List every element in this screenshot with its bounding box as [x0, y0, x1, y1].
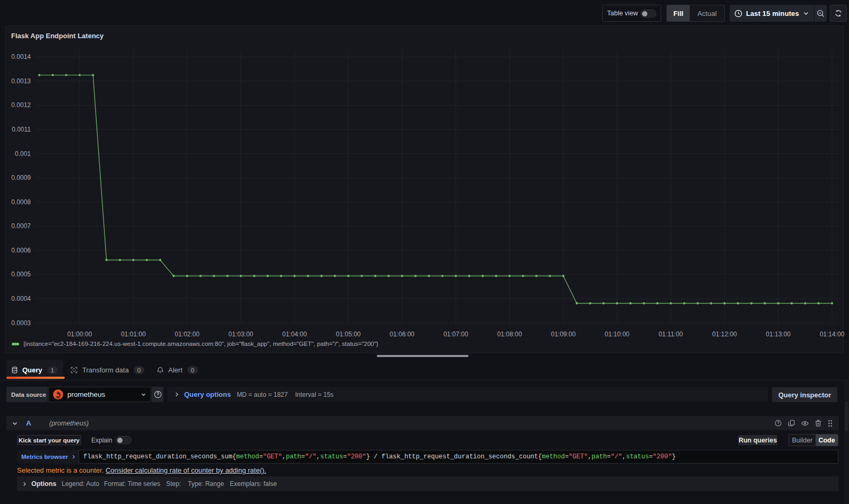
svg-text:01:00:00: 01:00:00	[67, 331, 92, 338]
svg-text:01:10:00: 01:10:00	[605, 331, 630, 338]
svg-text:01:05:00: 01:05:00	[336, 331, 361, 338]
svg-text:0.0006: 0.0006	[11, 247, 31, 254]
svg-text:01:01:00: 01:01:00	[121, 331, 146, 338]
svg-text:01:02:00: 01:02:00	[175, 331, 200, 338]
svg-text:01:11:00: 01:11:00	[659, 331, 683, 338]
svg-text:0.0014: 0.0014	[11, 53, 31, 60]
svg-text:01:08:00: 01:08:00	[497, 331, 522, 338]
svg-text:01:03:00: 01:03:00	[229, 331, 254, 338]
svg-text:01:13:00: 01:13:00	[766, 331, 791, 338]
svg-text:01:09:00: 01:09:00	[551, 331, 576, 338]
svg-text:0.0013: 0.0013	[11, 77, 31, 85]
svg-text:01:14:00: 01:14:00	[820, 331, 845, 338]
svg-text:0.0011: 0.0011	[12, 126, 31, 133]
svg-text:01:04:00: 01:04:00	[282, 331, 307, 338]
svg-text:0.0008: 0.0008	[11, 198, 31, 206]
svg-text:0.0009: 0.0009	[11, 174, 31, 181]
svg-text:01:12:00: 01:12:00	[712, 331, 737, 338]
svg-text:0.001: 0.001	[15, 150, 31, 158]
svg-text:0.0007: 0.0007	[11, 222, 31, 230]
svg-text:01:06:00: 01:06:00	[389, 331, 414, 338]
svg-text:01:07:00: 01:07:00	[444, 331, 469, 338]
svg-text:0.0012: 0.0012	[11, 101, 31, 109]
svg-text:0.0004: 0.0004	[11, 295, 31, 302]
svg-text:0.0005: 0.0005	[11, 271, 31, 278]
svg-text:0.0003: 0.0003	[11, 319, 31, 327]
